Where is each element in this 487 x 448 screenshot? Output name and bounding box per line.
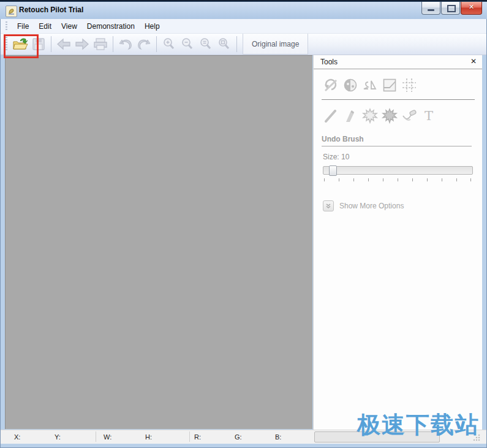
brush-tool-button[interactable] [341, 106, 360, 125]
spot-tool-button[interactable] [360, 106, 379, 125]
brush-tool-icon [342, 107, 359, 124]
tool-section-title: Undo Brush [322, 135, 472, 146]
app-window: Retouch Pilot Trial ✕ File Edit View Dem… [0, 0, 487, 448]
zoom-actual-button[interactable] [197, 35, 215, 53]
menu-file[interactable]: File [12, 20, 34, 32]
tone-tool-button[interactable] [341, 75, 360, 94]
show-more-label: Show More Options [339, 202, 404, 210]
show-more-options[interactable]: Show More Options [323, 200, 482, 211]
size-slider[interactable] [323, 166, 473, 175]
zoom-out-icon [180, 37, 195, 51]
spot-dark-tool-button[interactable] [380, 106, 399, 125]
print-icon [92, 37, 108, 51]
tools-row-retouch: T [314, 100, 482, 129]
toolbar-separator [113, 36, 113, 52]
zoom-fit-button[interactable] [215, 35, 233, 53]
status-b-label: B: [275, 433, 281, 441]
menu-demonstration[interactable]: Demonstration [82, 20, 140, 32]
status-separator [189, 431, 190, 442]
app-icon [6, 6, 17, 17]
zoom-out-button[interactable] [178, 35, 197, 53]
minimize-button[interactable] [421, 2, 440, 15]
size-slider-thumb[interactable] [329, 165, 337, 176]
zoom-in-icon [162, 37, 176, 51]
zoom-fit-icon [217, 37, 232, 51]
status-g-label: G: [235, 433, 242, 441]
toolbar: Original image [1, 34, 486, 55]
levels-tool-button[interactable] [380, 75, 399, 94]
scratch-tool-button[interactable] [321, 106, 340, 125]
image-canvas[interactable] [5, 55, 312, 429]
text-tool-icon: T [420, 107, 437, 124]
patch-tool-button[interactable] [399, 106, 418, 125]
original-image-button[interactable]: Original image [243, 34, 308, 55]
zoom-actual-icon [198, 37, 213, 51]
status-r-label: R: [194, 433, 201, 441]
patch-tool-icon [401, 107, 418, 124]
maximize-button[interactable] [441, 2, 460, 15]
close-button[interactable]: ✕ [461, 2, 482, 15]
minimize-icon [428, 9, 434, 11]
toolbar-separator [236, 36, 237, 52]
levels-tool-icon [381, 77, 398, 94]
toolbar-separator [156, 36, 157, 52]
svg-text:T: T [424, 108, 432, 123]
spot-tool-icon [361, 107, 379, 124]
status-w-label: W: [104, 433, 111, 441]
forward-arrow-icon [74, 37, 90, 51]
scratch-tool-icon [322, 107, 339, 124]
menu-edit[interactable]: Edit [34, 20, 56, 32]
status-y-label: Y: [55, 433, 61, 441]
tone-tool-icon [342, 77, 359, 94]
menu-bar: File Edit View Demonstration Help [1, 19, 486, 34]
grid-tool-button[interactable] [399, 75, 418, 94]
tools-row-adjust [314, 69, 482, 98]
window-title: Retouch Pilot Trial [19, 6, 83, 14]
status-h-label: H: [145, 433, 152, 441]
watermark-text: 极速下载站 [357, 409, 480, 441]
status-separator [96, 431, 96, 442]
window-controls: ✕ [421, 2, 482, 15]
status-x-label: X: [14, 433, 20, 441]
rotate-tool-icon [322, 77, 339, 94]
zoom-in-button[interactable] [160, 35, 178, 53]
main-area: Tools ✕ [0, 55, 487, 430]
forward-button[interactable] [73, 35, 91, 53]
chevron-down-icon[interactable] [323, 200, 334, 211]
undo-button[interactable] [116, 35, 135, 53]
original-image-label: Original image [252, 40, 299, 48]
redo-button[interactable] [135, 35, 153, 53]
text-tool-button[interactable]: T [419, 106, 438, 125]
menu-help[interactable]: Help [140, 20, 165, 32]
size-label: Size: 10 [323, 153, 482, 161]
toolbar-separator [51, 36, 51, 52]
maximize-icon [447, 5, 456, 12]
menu-view[interactable]: View [56, 20, 82, 32]
tools-panel-header[interactable]: Tools ✕ [314, 55, 482, 69]
print-button[interactable] [91, 35, 110, 53]
rotate-tool-button[interactable] [321, 75, 340, 94]
title-bar[interactable]: Retouch Pilot Trial ✕ [0, 0, 487, 19]
mirror-tool-button[interactable] [360, 75, 379, 94]
tutorial-highlight-box [4, 34, 39, 58]
back-arrow-icon [56, 37, 72, 51]
slider-ticks [323, 178, 472, 182]
tools-panel-close-icon[interactable]: ✕ [470, 57, 477, 66]
menu-grip[interactable] [6, 21, 7, 31]
close-icon: ✕ [461, 3, 481, 11]
redo-icon [136, 37, 152, 51]
tools-panel-title: Tools [320, 58, 338, 66]
back-button[interactable] [55, 35, 73, 53]
mirror-tool-icon [361, 77, 379, 94]
grid-tool-icon [401, 77, 418, 94]
tools-panel: Tools ✕ [313, 55, 482, 430]
size-value: 10 [341, 153, 349, 161]
undo-icon [118, 37, 134, 51]
spot-dark-tool-icon [381, 107, 398, 124]
